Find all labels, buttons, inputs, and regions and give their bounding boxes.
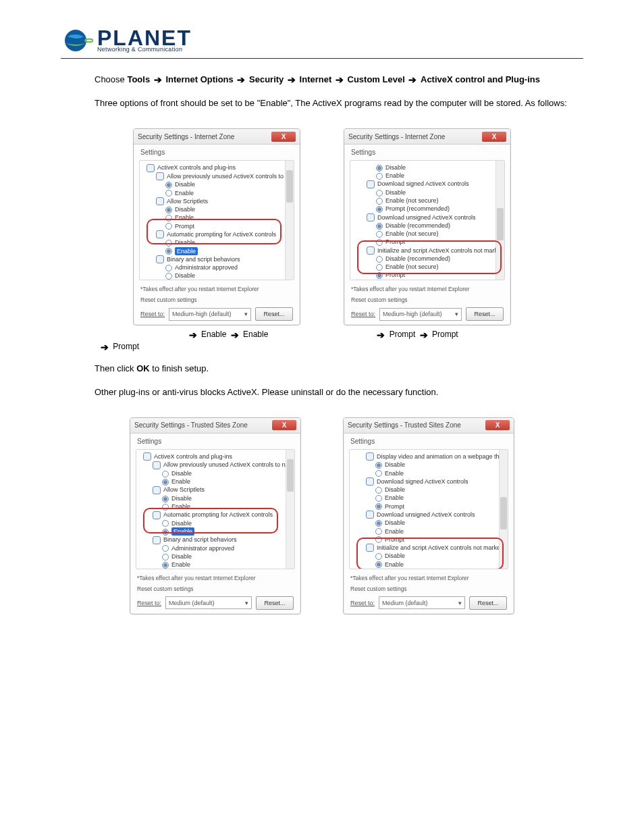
- reset-button[interactable]: Reset...: [466, 307, 504, 321]
- mid-text-2: Other plug-ins or anti-virus blocks Acti…: [95, 386, 583, 400]
- header-divider: [61, 58, 583, 59]
- reset-button[interactable]: Reset...: [469, 596, 507, 610]
- arrow-icon: ➔: [101, 342, 109, 353]
- arrow-icon: ➔: [334, 74, 345, 85]
- reset-section-label: Reset custom settings: [344, 585, 514, 596]
- reset-combo[interactable]: Medium (default)▾: [165, 596, 252, 609]
- arrow-icon: ➔: [286, 74, 297, 85]
- dialog-footnote: *Takes effect after you restart Internet…: [344, 573, 514, 585]
- brand-wordmark: PLANET: [97, 28, 192, 48]
- settings-label: Settings: [134, 145, 300, 159]
- close-icon[interactable]: X: [482, 132, 506, 142]
- txt-activex-section: ActiveX control and Plug-ins: [421, 74, 540, 84]
- txt-custom-level: Custom Level: [348, 74, 405, 84]
- txt-security: Security: [249, 74, 284, 84]
- settings-label: Settings: [344, 434, 514, 448]
- txt-tools: Tools: [127, 74, 150, 84]
- intro-text-2: Three options of front should be set to …: [95, 97, 583, 111]
- reset-combo[interactable]: Medium (default)▾: [379, 596, 465, 609]
- txt-internet: Internet: [300, 74, 332, 84]
- arrow-icon: ➔: [236, 74, 246, 85]
- dialog-footnote: *Takes effect after you restart Internet…: [344, 284, 510, 296]
- svg-point-0: [65, 30, 86, 51]
- settings-label: Settings: [130, 434, 300, 448]
- dialog-title: Security Settings - Internet Zone: [138, 133, 234, 140]
- reset-to-label: Reset to:: [140, 311, 165, 317]
- settings-tree: ActiveX controls and plug-ins Allow prev…: [136, 449, 295, 569]
- arrow-icon: ➔: [231, 330, 239, 340]
- reset-to-label: Reset to:: [350, 600, 375, 606]
- arrow-icon: ➔: [420, 330, 428, 340]
- caption-row-1: ➔ Enable ➔ Enable ➔ Prompt ➔ Prompt: [133, 330, 511, 340]
- settings-tree: ActiveX controls and plug-ins Allow prev…: [139, 160, 294, 280]
- txt: Choose: [95, 74, 127, 84]
- dialog-footnote: *Takes effect after you restart Internet…: [130, 573, 300, 585]
- screenshot-row-2: Security Settings - Trusted Sites Zone X…: [130, 417, 514, 615]
- dialog-footnote: *Takes effect after you restart Internet…: [134, 284, 300, 296]
- dialog-internet-zone-a: Security Settings - Internet Zone X Sett…: [133, 128, 300, 325]
- dialog-trusted-zone-b: Security Settings - Trusted Sites Zone X…: [343, 417, 514, 615]
- close-icon[interactable]: X: [272, 420, 296, 430]
- brand-tagline: Networking & Communication: [97, 46, 192, 53]
- close-icon[interactable]: X: [271, 132, 296, 142]
- reset-button[interactable]: Reset...: [256, 596, 294, 610]
- dialog-title: Security Settings - Trusted Sites Zone: [348, 421, 461, 429]
- arrow-icon: ➔: [407, 74, 418, 85]
- txt-internet-options: Internet Options: [165, 74, 233, 84]
- dialog-title: Security Settings - Trusted Sites Zone: [134, 421, 248, 429]
- reset-to-label: Reset to:: [137, 600, 161, 606]
- brand-logo-block: PLANET Networking & Communication: [61, 27, 583, 54]
- mid-text-1: Then click OK to finish setup.: [95, 362, 583, 376]
- scrollbar[interactable]: [285, 161, 294, 280]
- scrollbar[interactable]: [495, 161, 504, 280]
- globe-icon: [61, 27, 93, 54]
- close-icon[interactable]: X: [485, 420, 510, 430]
- reset-section-label: Reset custom settings: [344, 296, 510, 307]
- settings-tree: Display video and animation on a webpage…: [349, 449, 508, 569]
- reset-to-label: Reset to:: [351, 311, 375, 317]
- reset-combo[interactable]: Medium-high (default)▾: [169, 308, 251, 321]
- settings-label: Settings: [344, 145, 510, 159]
- reset-combo[interactable]: Medium-high (default)▾: [379, 308, 462, 321]
- dialog-trusted-zone-a: Security Settings - Trusted Sites Zone X…: [130, 417, 301, 615]
- arrow-icon: ➔: [189, 330, 197, 340]
- reset-section-label: Reset custom settings: [134, 296, 300, 307]
- scrollbar[interactable]: [499, 450, 508, 569]
- reset-button[interactable]: Reset...: [255, 307, 293, 321]
- caption-row-1-cont: ➔ Prompt: [99, 342, 583, 353]
- intro-text-1: Choose Tools ➔ Internet Options ➔ Securi…: [95, 72, 583, 87]
- dialog-title: Security Settings - Internet Zone: [348, 133, 445, 140]
- screenshot-row-1: Security Settings - Internet Zone X Sett…: [133, 128, 511, 325]
- scrollbar[interactable]: [286, 450, 294, 569]
- arrow-icon: ➔: [377, 330, 385, 340]
- arrow-icon: ➔: [153, 74, 163, 85]
- dialog-internet-zone-b: Security Settings - Internet Zone X Sett…: [344, 128, 511, 325]
- settings-tree: Disable Enable Download signed ActiveX c…: [350, 160, 505, 280]
- reset-section-label: Reset custom settings: [130, 585, 300, 596]
